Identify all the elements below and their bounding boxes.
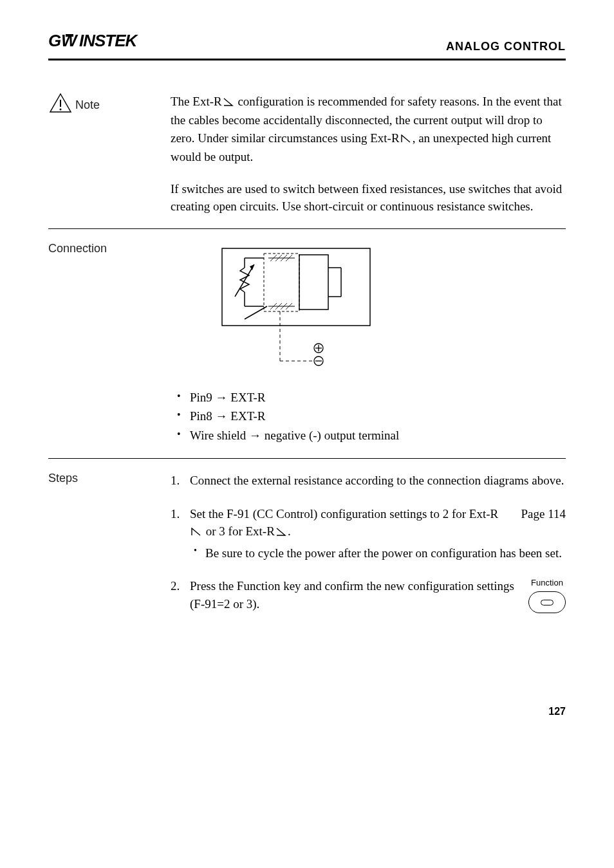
svg-line-28 (245, 306, 267, 319)
note-content: The Ext-R configuration is recommended f… (171, 93, 566, 216)
svg-point-5 (60, 109, 62, 111)
steps-content: 1. Connect the external resistance accor… (171, 472, 566, 629)
up-slope-icon (191, 524, 201, 542)
step-text: Connect the external resistance accordin… (190, 472, 566, 490)
brand-logo: G W INSTEK (48, 32, 151, 55)
divider (48, 458, 566, 459)
step-sub-bullet: Be sure to cycle the power after the pow… (205, 544, 566, 562)
connection-bullets: Pin9 → EXT-R Pin8 → EXT-R Wire shield → … (171, 389, 566, 445)
note-section: Note The Ext-R configuration is recommen… (48, 93, 566, 216)
note-para-1: The Ext-R configuration is recommended f… (171, 93, 566, 166)
connection-bullet: Wire shield → negative (-) output termin… (190, 427, 566, 445)
step-item: 1. Set the F-91 (CC Control) configurati… (171, 505, 566, 562)
step-text: Press the Function key and confirm the n… (190, 577, 528, 613)
divider (48, 228, 566, 229)
steps-section: Steps 1. Connect the external resistance… (48, 472, 566, 629)
up-slope-icon (401, 131, 411, 149)
function-button-icon (528, 591, 566, 613)
step-text-2a: Set the F-91 (CC Control) configuration … (190, 507, 498, 521)
down-slope-icon (276, 524, 286, 542)
svg-rect-2 (66, 34, 73, 37)
connection-diagram (216, 242, 566, 382)
steps-label: Steps (48, 472, 171, 629)
step-sub-bullets: Be sure to cycle the power after the pow… (190, 544, 566, 562)
function-key-graphic: Function (528, 577, 566, 613)
connection-bullet: Pin8 → EXT-R (190, 407, 566, 425)
step-item: 1. Connect the external resistance accor… (171, 472, 566, 490)
step-text: Set the F-91 (CC Control) configuration … (190, 505, 508, 542)
connection-section: Connection (48, 242, 566, 445)
connection-bullet: Pin9 → EXT-R (190, 389, 566, 407)
step-body: Press the Function key and confirm the n… (190, 577, 566, 613)
step-body: Set the F-91 (CC Control) configuration … (190, 505, 566, 562)
step-text-2c: . (288, 524, 291, 538)
svg-text:G: G (48, 32, 61, 50)
step-number: 2. (171, 577, 190, 613)
note-label-text: Note (75, 98, 100, 112)
svg-rect-23 (299, 255, 328, 309)
note-text-1a: The Ext-R (171, 95, 222, 108)
function-key-label: Function (528, 577, 566, 589)
page-header: G W INSTEK ANALOG CONTROL (48, 32, 566, 60)
svg-text:INSTEK: INSTEK (79, 32, 139, 50)
step-number: 1. (171, 472, 190, 490)
warning-triangle-icon (48, 93, 73, 118)
note-label-col: Note (48, 93, 171, 216)
step-number: 1. (171, 505, 190, 562)
page-reference: Page 114 (521, 505, 566, 523)
connection-content: Pin9 → EXT-R Pin8 → EXT-R Wire shield → … (171, 242, 566, 445)
section-title: ANALOG CONTROL (446, 40, 566, 53)
down-slope-icon (223, 94, 234, 112)
page-number: 127 (48, 706, 566, 717)
note-para-2: If switches are used to switch between f… (171, 180, 566, 216)
connection-label: Connection (48, 242, 171, 445)
step-item: 2. Press the Function key and confirm th… (171, 577, 566, 613)
step-text-2b: or 3 for Ext-R (203, 524, 275, 538)
svg-rect-12 (264, 254, 299, 311)
